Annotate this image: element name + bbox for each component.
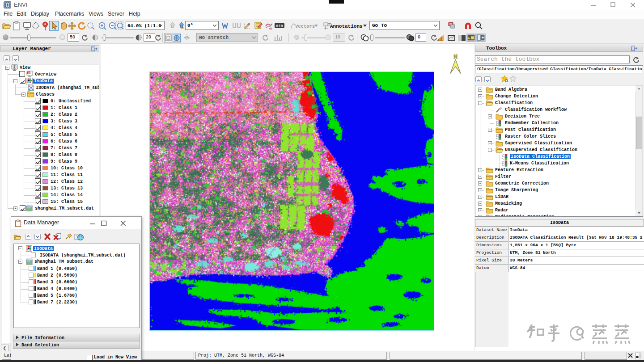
svg-text:010: 010 (276, 24, 283, 29)
svg-text:Vectors: Vectors (295, 24, 315, 29)
svg-text:N: N (453, 54, 458, 60)
svg-text:Annotations: Annotations (330, 24, 363, 29)
svg-text:roi: roi (269, 27, 272, 30)
